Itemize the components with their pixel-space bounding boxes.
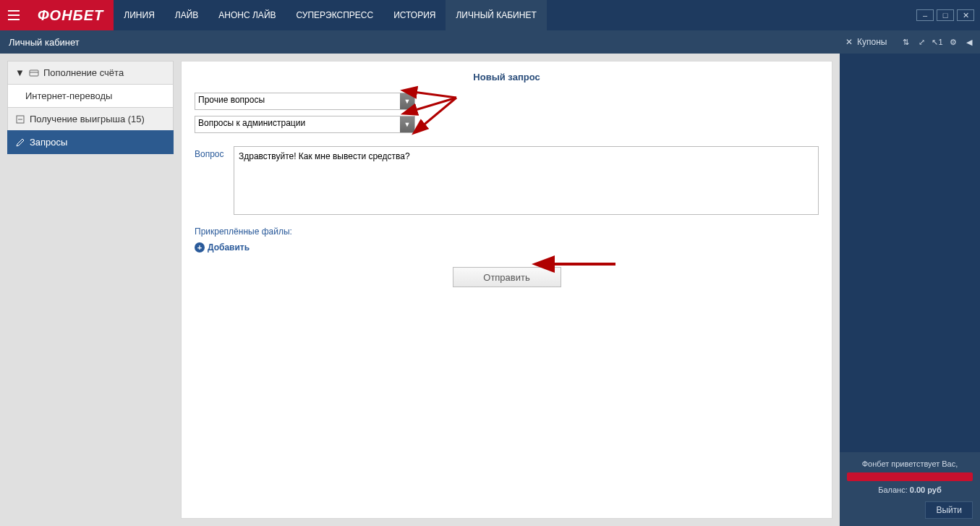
coupons-label: Купоны [857, 37, 887, 47]
main-nav: ЛИНИЯ ЛАЙВ АНОНС ЛАЙВ СУПЕРЭКСПРЕСС ИСТО… [114, 0, 546, 30]
category-select[interactable]: Прочие вопросы ▼ [195, 93, 415, 110]
content-panel: Новый запрос Прочие вопросы ▼ Вопросы к … [181, 61, 832, 519]
attachments-label: Прикреплённые файлы: [195, 226, 819, 237]
workspace: ▼ Пополнение счёта Интернет-переводы Пол… [0, 54, 840, 526]
nav-item-superexpress[interactable]: СУПЕРЭКСПРЕСС [286, 0, 384, 30]
credit-card-icon [29, 68, 39, 78]
sort-icon[interactable]: ⇅ [900, 37, 911, 47]
nav-item-line[interactable]: ЛИНИЯ [114, 0, 164, 30]
page-title: Личный кабинет [9, 37, 80, 48]
pin-icon[interactable]: ↖1 [932, 37, 942, 47]
right-panel: ✕ Купоны ⇅ ⤢ ↖1 ⚙ ◀ Фонбет приветствует … [840, 30, 980, 526]
chevron-down-icon: ▼ [15, 67, 25, 78]
sidebar-item-payout[interactable]: Получение выигрыша (15) [7, 107, 174, 131]
payout-icon [15, 114, 25, 124]
hamburger-menu-button[interactable] [0, 0, 27, 30]
nav-item-history[interactable]: ИСТОРИЯ [383, 0, 446, 30]
dropdown-arrow-icon: ▼ [400, 93, 414, 109]
logout-button[interactable]: Выйти [925, 501, 973, 519]
greeting-text: Фонбет приветствует Вас, [847, 459, 973, 468]
nav-item-account[interactable]: ЛИЧНЫЙ КАБИНЕТ [446, 0, 546, 30]
username-redacted [847, 472, 973, 481]
add-label: Добавить [208, 242, 250, 253]
balance-label: Баланс: [878, 485, 908, 494]
form-title: Новый запрос [195, 72, 819, 82]
hamburger-icon [7, 8, 21, 22]
submit-button[interactable]: Отправить [453, 267, 561, 287]
subcategory-select[interactable]: Вопросы к администрации ▼ [195, 116, 415, 133]
add-attachment-button[interactable]: + Добавить [195, 242, 819, 253]
close-window-button[interactable]: ✕ [957, 9, 974, 21]
sidebar-item-label: Получение выигрыша (15) [30, 114, 145, 124]
question-label: Вопрос [195, 146, 226, 159]
question-textarea[interactable] [234, 146, 819, 215]
nav-item-live-preview[interactable]: АНОНС ЛАЙВ [208, 0, 286, 30]
coupons-header: ✕ Купоны ⇅ ⤢ ↖1 ⚙ ◀ [840, 30, 980, 54]
expand-icon[interactable]: ⤢ [916, 37, 926, 47]
minimize-button[interactable]: – [916, 9, 934, 21]
sidebar-item-deposit[interactable]: ▼ Пополнение счёта [7, 61, 174, 85]
window-controls: – □ ✕ [916, 0, 980, 30]
top-bar: ФОНБЕТ ЛИНИЯ ЛАЙВ АНОНС ЛАЙВ СУПЕРЭКСПРЕ… [0, 0, 980, 30]
nav-item-live[interactable]: ЛАЙВ [165, 0, 209, 30]
select-value: Вопросы к администрации [198, 118, 305, 128]
collapse-icon[interactable]: ◀ [964, 37, 974, 47]
dropdown-arrow-icon: ▼ [400, 116, 414, 132]
sidebar-item-label: Интернет-переводы [25, 90, 112, 101]
sidebar-item-label: Запросы [30, 137, 67, 148]
maximize-button[interactable]: □ [937, 9, 954, 21]
select-value: Прочие вопросы [198, 95, 265, 105]
sidebar-item-requests[interactable]: Запросы [7, 130, 174, 154]
sidebar: ▼ Пополнение счёта Интернет-переводы Пол… [7, 61, 174, 519]
sub-header: Личный кабинет Закрыть [0, 30, 980, 54]
account-footer: Фонбет приветствует Вас, Баланс: 0.00 ру… [840, 452, 980, 526]
balance-value: 0.00 руб [910, 485, 942, 494]
coupons-body [840, 54, 980, 452]
gear-icon[interactable]: ⚙ [948, 37, 958, 47]
sidebar-item-internet-transfers[interactable]: Интернет-переводы [7, 84, 174, 108]
edit-icon [15, 137, 25, 148]
sidebar-item-label: Пополнение счёта [43, 67, 124, 78]
brand-logo[interactable]: ФОНБЕТ [27, 0, 114, 30]
close-coupons-button[interactable]: ✕ [845, 37, 853, 47]
svg-rect-0 [30, 70, 38, 76]
plus-circle-icon: + [195, 242, 205, 253]
balance-line: Баланс: 0.00 руб [847, 485, 973, 494]
